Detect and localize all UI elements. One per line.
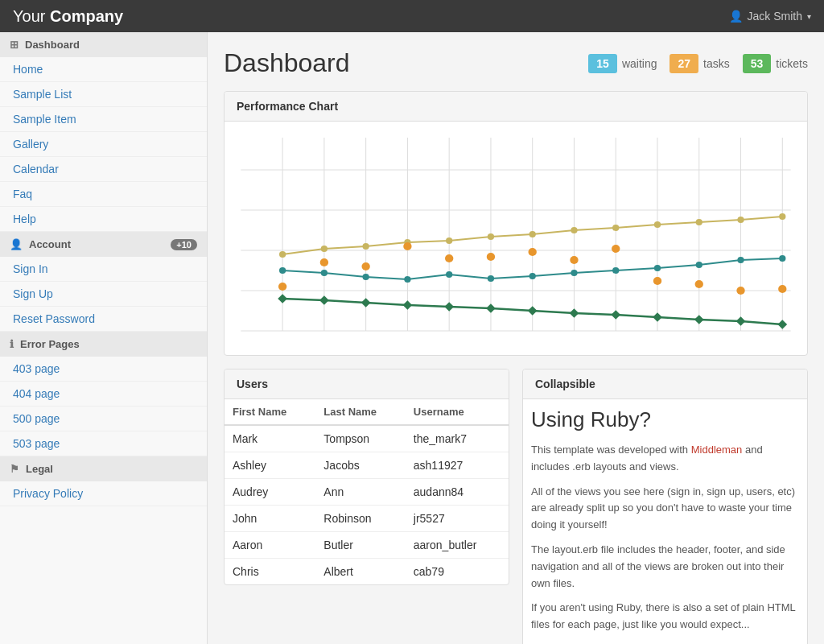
svg-point-31 [279, 267, 286, 274]
ruby-title: Using Ruby? [531, 407, 799, 432]
sidebar-nav-account: Sign In Sign Up Reset Password [0, 257, 207, 332]
sidebar-item-calendar[interactable]: Calendar [0, 157, 207, 182]
sidebar-nav-dashboard: Home Sample List Sample Item Gallery Cal… [0, 57, 207, 232]
sidebar-item-sample-item[interactable]: Sample Item [0, 107, 207, 132]
svg-point-18 [279, 251, 286, 258]
table-cell: Jacobs [315, 452, 405, 479]
sidebar-nav-error-pages: 403 page 404 page 500 page 503 page [0, 357, 207, 456]
svg-point-59 [361, 262, 369, 270]
svg-point-19 [321, 246, 328, 252]
table-cell: Albert [315, 559, 405, 585]
dashboard-icon: ⊞ [10, 39, 19, 51]
sidebar-item-sign-in[interactable]: Sign In [0, 257, 207, 282]
page-title: Dashboard [224, 48, 575, 78]
collapsible-column: Collapsible Using Ruby? This template wa… [522, 369, 808, 644]
sidebar-item-home[interactable]: Home [0, 57, 207, 82]
svg-point-40 [654, 265, 661, 271]
svg-point-57 [278, 283, 286, 291]
svg-point-62 [487, 253, 495, 261]
user-menu[interactable]: 👤 Jack Smith ▾ [729, 10, 811, 23]
table-cell: Audrey [225, 479, 315, 506]
users-table-body: MarkTompsonthe_mark7AshleyJacobsash11927… [225, 425, 509, 584]
svg-point-33 [363, 274, 369, 280]
ruby-para-4: If you aren't using Ruby, there is also … [531, 600, 799, 634]
sidebar-section-legal: ⚑ Legal [0, 456, 207, 481]
account-icon: 👤 [10, 238, 23, 250]
sidebar-item-faq[interactable]: Faq [0, 182, 207, 207]
performance-chart-panel: Performance Chart [224, 91, 808, 356]
col-last-name: Last Name [315, 399, 405, 425]
sidebar-nav-legal: Privacy Policy [0, 481, 207, 506]
users-panel-body: First Name Last Name Username MarkTompso… [225, 399, 509, 584]
svg-point-27 [654, 221, 661, 228]
ruby-para-3: The layout.erb file includes the header,… [531, 542, 799, 592]
table-cell: Aaron [225, 532, 315, 559]
caret-icon: ▾ [807, 12, 811, 21]
user-name: Jack Smith [748, 10, 802, 23]
table-row: AshleyJacobsash11927 [225, 452, 509, 479]
table-cell: audann84 [406, 479, 509, 506]
account-badge: +10 [171, 239, 197, 250]
collapsible-panel: Collapsible Using Ruby? This template wa… [522, 369, 808, 644]
sidebar-item-404[interactable]: 404 page [0, 382, 207, 407]
sidebar-item-sample-list[interactable]: Sample List [0, 82, 207, 107]
svg-rect-55 [736, 316, 746, 325]
table-cell: Tompson [315, 425, 405, 452]
svg-point-63 [529, 248, 537, 256]
middleman-link[interactable]: Middleman [691, 444, 743, 456]
sidebar-item-403[interactable]: 403 page [0, 357, 207, 382]
table-row: AudreyAnnaudann84 [225, 479, 509, 506]
svg-point-24 [529, 231, 536, 237]
col-username: Username [406, 399, 509, 425]
sidebar-section-error-pages: ℹ Error Pages [0, 332, 207, 357]
performance-chart-body [225, 122, 807, 355]
svg-point-23 [488, 233, 494, 240]
table-header-row: First Name Last Name Username [225, 399, 509, 425]
table-cell: Butler [315, 532, 405, 559]
users-column: Users First Name Last Name Username [224, 369, 509, 644]
users-table: First Name Last Name Username MarkTompso… [225, 399, 509, 584]
brand-link[interactable]: Your Company [13, 7, 123, 26]
navbar: Your Company 👤 Jack Smith ▾ [0, 0, 824, 32]
sidebar-item-503[interactable]: 503 page [0, 431, 207, 456]
svg-rect-44 [278, 294, 287, 303]
sidebar-section-label-dashboard: Dashboard [25, 39, 80, 51]
stat-tasks-label: tasks [703, 57, 730, 70]
table-cell: John [225, 506, 315, 532]
svg-point-64 [570, 256, 578, 264]
svg-rect-52 [611, 310, 620, 319]
table-row: JohnRobinsonjr5527 [225, 506, 509, 532]
sidebar-section-account: 👤 Account +10 [0, 232, 207, 257]
main-content: Dashboard 15 waiting 27 tasks 53 tickets… [208, 32, 824, 644]
table-cell: Ashley [225, 452, 315, 479]
stat-tasks-num: 27 [670, 54, 698, 73]
stat-tickets-num: 53 [743, 54, 772, 73]
users-table-header: First Name Last Name Username [225, 399, 509, 425]
ruby-para-2: All of the views you see here (sign in, … [531, 484, 799, 534]
table-row: AaronButleraaron_butler [225, 532, 509, 559]
chart-svg [233, 130, 799, 347]
table-cell: Ann [315, 479, 405, 506]
svg-point-37 [529, 273, 536, 279]
svg-point-39 [612, 267, 619, 274]
stat-waiting-num: 15 [588, 54, 617, 73]
sidebar-item-help[interactable]: Help [0, 207, 207, 232]
svg-point-66 [653, 277, 661, 285]
sidebar-item-privacy-policy[interactable]: Privacy Policy [0, 481, 207, 506]
table-cell: cab79 [406, 559, 509, 585]
table-cell: the_mark7 [406, 425, 509, 452]
svg-point-60 [403, 242, 411, 250]
error-pages-icon: ℹ [10, 338, 14, 350]
svg-point-26 [612, 225, 619, 231]
brand-text-bold: Company [50, 7, 123, 25]
svg-rect-48 [444, 302, 454, 311]
sidebar-section-label-account: Account [29, 238, 71, 250]
sidebar-item-reset-password[interactable]: Reset Password [0, 307, 207, 332]
sidebar-item-sign-up[interactable]: Sign Up [0, 282, 207, 307]
sidebar-item-500[interactable]: 500 page [0, 407, 207, 431]
svg-rect-49 [486, 303, 496, 312]
stat-waiting-label: waiting [622, 57, 657, 70]
sidebar-item-gallery[interactable]: Gallery [0, 132, 207, 157]
svg-point-67 [695, 280, 703, 288]
svg-rect-46 [361, 298, 371, 307]
